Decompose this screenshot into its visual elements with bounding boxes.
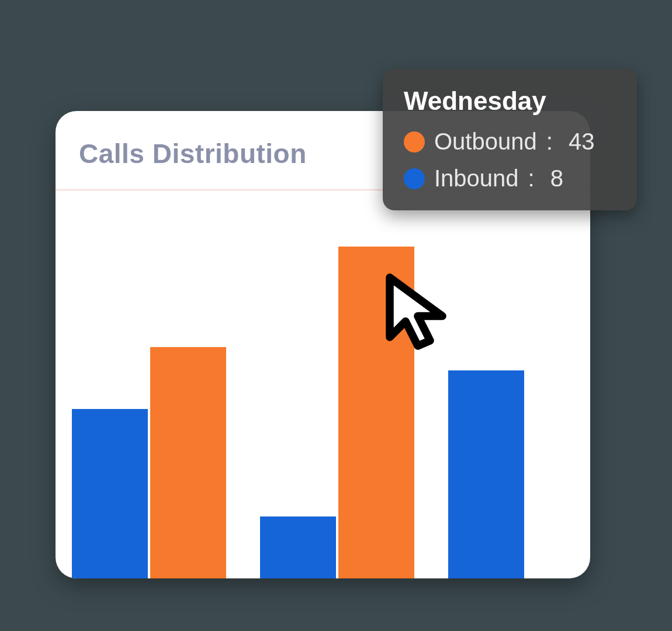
chart-tooltip: Wednesday Outbound: 43 Inbound: 8: [383, 69, 637, 210]
bar-outbound-1[interactable]: [338, 247, 414, 578]
bar-group-2-partial[interactable]: [448, 190, 524, 578]
tooltip-day: Wednesday: [404, 86, 616, 116]
bar-group-0[interactable]: [72, 190, 226, 578]
tooltip-row-inbound: Inbound: 8: [404, 165, 616, 192]
swatch-outbound-icon: [404, 131, 425, 152]
bar-inbound-2[interactable]: [448, 370, 524, 578]
tooltip-inbound-value: 8: [550, 165, 563, 192]
bar-outbound-0[interactable]: [150, 347, 226, 578]
tooltip-row-outbound: Outbound: 43: [404, 129, 616, 155]
tooltip-inbound-label: Inbound: [434, 165, 519, 192]
bar-inbound-0[interactable]: [72, 409, 148, 578]
swatch-inbound-icon: [404, 168, 425, 189]
tooltip-outbound-value: 43: [569, 129, 595, 155]
bar-group-1[interactable]: [260, 190, 414, 578]
chart-plot-area[interactable]: [56, 190, 590, 578]
bar-inbound-1[interactable]: [260, 516, 336, 578]
tooltip-outbound-label: Outbound: [434, 129, 537, 155]
